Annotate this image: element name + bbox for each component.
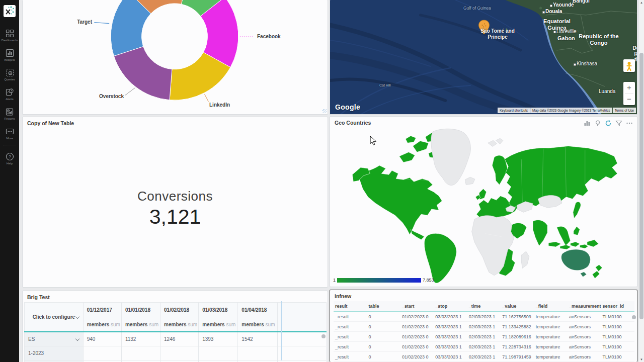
widget-title: Brig Test [27, 294, 50, 300]
map-label-gabon: Gabon [557, 35, 575, 42]
table-cell: 0 [367, 322, 400, 332]
sidebar-item-label: Alerts [0, 98, 19, 101]
sidebar-item-more[interactable]: More [0, 127, 19, 140]
map-data-attribution: Map data ©2023 Google Imagery ©2023 Terr… [530, 108, 612, 113]
alerts-icon [6, 88, 14, 97]
city-dot [553, 31, 556, 33]
zoom-in-button[interactable]: + [623, 82, 635, 93]
donut-chart[interactable] [23, 0, 328, 114]
column-header[interactable]: table [367, 301, 400, 312]
table-cell: 01/02/2023 0 [400, 312, 434, 322]
table-cell: 03/03/2023 1 [434, 312, 467, 322]
row-label[interactable]: ES [25, 332, 84, 346]
donut-slice-overstock[interactable] [114, 47, 172, 100]
sidebar-item-queries[interactable]: dbQueries [0, 68, 19, 81]
world-choropleth-map[interactable] [349, 128, 631, 286]
scrollbar-thumb[interactable] [639, 53, 643, 319]
table-cell: TLM0100 [601, 332, 635, 342]
sidebar-divider [3, 145, 16, 145]
configure-dropdown[interactable]: Click to configure [25, 303, 84, 332]
google-logo[interactable]: Google [335, 103, 360, 111]
page-scrollbar[interactable]: ▲ ▼ [638, 0, 644, 362]
metric-value: 3,121 [23, 205, 328, 229]
column-header[interactable]: _time [467, 301, 501, 312]
pegman-button[interactable] [623, 59, 635, 72]
target-connector-line [94, 23, 109, 24]
table-cell: _result [334, 322, 367, 332]
table-cell: _result [334, 312, 367, 322]
table-scrollbar-thumb[interactable] [632, 315, 636, 319]
metric-block: Conversions 3,121 [23, 189, 328, 229]
reports-icon [6, 108, 14, 116]
infnew-table-widget[interactable]: infnew resulttable_start_stop_time_value… [330, 290, 637, 362]
table-cell: 03/03/2023 1 [434, 342, 467, 352]
table-cell: airSensors [568, 322, 601, 332]
column-header[interactable]: _stop [434, 301, 467, 312]
column-header[interactable]: _value [501, 301, 534, 312]
sidebar-item-alerts[interactable]: Alerts [0, 88, 19, 101]
legend-min: 1 [333, 278, 336, 283]
table-cell: 01/02/2023 0 [400, 342, 434, 352]
column-header[interactable]: result [334, 301, 367, 312]
map-label-libreville: Libreville [556, 29, 576, 35]
chevron-down-icon [75, 336, 79, 340]
sidebar-item-help[interactable]: ? Help [0, 152, 19, 165]
filter-icon[interactable] [615, 120, 622, 127]
column-header: 01/12/2017 [83, 303, 121, 317]
table-cell: TLM0100 [601, 352, 635, 362]
app-logo-icon[interactable] [4, 5, 16, 17]
svg-text:?: ? [8, 154, 11, 159]
insights-lightbulb-icon[interactable] [594, 120, 601, 127]
table-cell: temperature [534, 322, 568, 332]
measure-header: members sum [83, 317, 121, 332]
zoom-out-button[interactable]: − [623, 94, 635, 105]
terms-of-use-link[interactable]: Terms of Use [613, 108, 636, 113]
table-scrollbar-thumb[interactable] [321, 334, 326, 338]
table-cell: airSensors [568, 352, 601, 362]
city-dot [550, 5, 552, 7]
donut-slice-target[interactable] [111, 0, 151, 56]
google-map-widget[interactable]: Bangui Yaoundé Douala Gulf of Guinea Equ… [330, 0, 637, 115]
row-label[interactable]: 1-2023 [25, 346, 84, 360]
mouse-cursor [370, 136, 377, 146]
map-canvas [330, 0, 637, 115]
measure-header: members sum [238, 317, 277, 332]
scroll-down-arrow[interactable]: ▼ [639, 358, 644, 361]
metric-label: Conversions [23, 189, 328, 204]
table-cell [160, 360, 199, 362]
refresh-icon[interactable] [605, 120, 612, 127]
row-label[interactable] [25, 360, 84, 362]
column-header[interactable]: _start [400, 301, 434, 312]
map-label-kinshasa: Kinshasa [577, 61, 597, 67]
table-cell: _result [334, 352, 367, 362]
column-header[interactable]: _measurement [568, 301, 601, 312]
map-label-luanda: Luanda [599, 88, 615, 95]
table-cell: 1393 [199, 332, 238, 346]
widget-toolbar [584, 120, 633, 127]
keyboard-shortcuts-link[interactable]: Keyboard shortcuts [498, 108, 530, 113]
widget-resize-handle[interactable] [323, 109, 327, 113]
column-header[interactable]: sensor_id [601, 301, 635, 312]
widget-title: infnew [335, 293, 351, 299]
sidebar-item-dashboards[interactable]: Dashboards [0, 29, 19, 42]
donut-label-linkedin: LinkedIn [209, 102, 230, 108]
queries-icon: db [6, 68, 14, 77]
table-cell: 01/02/2023 0 [400, 332, 434, 342]
chevron-down-icon [75, 314, 79, 318]
table-cell: temperature [534, 342, 568, 352]
sidebar-item-reports[interactable]: Reports [0, 108, 19, 120]
table-cell: TLM0100 [601, 312, 635, 322]
table-cell [238, 360, 277, 362]
table-cell: temperature [534, 352, 568, 362]
scroll-up-arrow[interactable]: ▲ [639, 1, 644, 4]
dashboards-icon [6, 29, 14, 38]
sidebar-item-widgets[interactable]: Widgets [0, 49, 19, 61]
table-cell [199, 346, 238, 360]
legend-gradient-bar [337, 278, 421, 283]
legend-max: 7,853 [423, 278, 434, 283]
overstock-connector-line [125, 87, 135, 95]
column-header[interactable]: _field [534, 301, 568, 312]
chart-type-icon[interactable] [584, 120, 591, 127]
more-options-icon[interactable] [626, 120, 633, 127]
linkedin-connector-line [204, 94, 208, 102]
